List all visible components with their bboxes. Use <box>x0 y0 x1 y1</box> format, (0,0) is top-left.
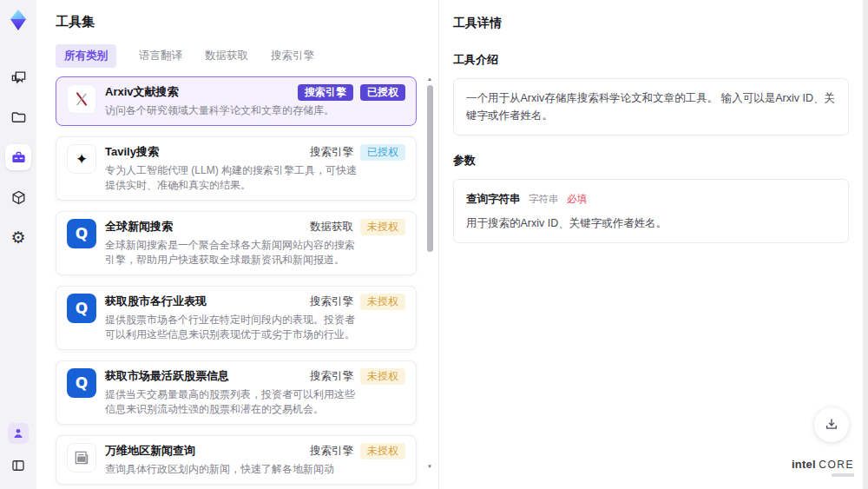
auth-badge: 已授权 <box>360 84 405 101</box>
category-tabs: 所有类别 语言翻译 数据获取 搜索引擎 <box>56 44 438 68</box>
tab-data-fetch[interactable]: 数据获取 <box>205 44 248 68</box>
tool-description: 全球新闻搜索是一个聚合全球各大新闻网站内容的搜索引擎，帮助用户快速获取全球最新资… <box>105 238 358 268</box>
folder-icon <box>10 109 27 126</box>
download-button[interactable] <box>814 407 849 442</box>
download-icon <box>824 417 839 433</box>
panel-toggle-icon <box>10 458 26 473</box>
tool-list-pane: 工具集 所有类别 语言翻译 数据获取 搜索引擎 Arxiv文献搜索 <box>36 0 438 489</box>
tool-title: Arxiv文献搜索 <box>105 84 179 99</box>
tool-title: Tavily搜索 <box>105 144 159 159</box>
params-heading: 参数 <box>453 153 849 169</box>
auth-badge: 已授权 <box>360 144 405 161</box>
tool-details-pane: 工具详情 工具介绍 一个用于从Arxiv存储库搜索科学论文和文章的工具。 输入可… <box>438 0 863 489</box>
panel-toggle[interactable] <box>5 453 31 479</box>
category-label: 数据获取 <box>310 220 353 235</box>
auth-badge: 未授权 <box>360 219 405 235</box>
category-label: 搜索引擎 <box>310 294 353 309</box>
sidebar-item-files[interactable] <box>5 104 31 130</box>
tool-card-most-active-stocks[interactable]: Q 获取市场最活跃股票信息 搜索引擎 未授权 提供当天交易量最高的股票列表，投资… <box>56 360 417 425</box>
newspaper-icon <box>67 443 96 472</box>
category-badge: 搜索引擎 <box>298 84 353 101</box>
tool-list: Arxiv文献搜索 搜索引擎 已授权 访问各个研究领域大量科学论文和文章的存储库… <box>56 76 434 485</box>
param-header: 查询字符串 字符串 必填 <box>466 190 836 208</box>
auth-badge: 未授权 <box>360 294 405 310</box>
tool-title: 全球新闻搜索 <box>105 219 173 234</box>
scroll-up-arrow[interactable]: ▲ <box>425 76 434 82</box>
window-scrollbar-track <box>863 0 868 489</box>
tab-translation[interactable]: 语言翻译 <box>139 44 182 68</box>
tool-card-global-news[interactable]: Q 全球新闻搜索 数据获取 未授权 全球新闻搜索是一个聚合全球各大新闻网站内容的… <box>56 211 417 275</box>
tool-description: 访问各个研究领域大量科学论文和文章的存储库。 <box>105 103 358 118</box>
q-logo-icon: Q <box>67 368 96 398</box>
tool-title: 万维地区新闻查询 <box>105 443 195 458</box>
category-label: 搜索引擎 <box>310 369 353 384</box>
intel-core-logo: intel CORE <box>792 458 854 477</box>
auth-badge: 未授权 <box>360 443 405 459</box>
chat-icon <box>10 69 27 86</box>
tool-card-regional-news[interactable]: 万维地区新闻查询 搜索引擎 未授权 查询具体行政区划内的新闻，快速了解各地新闻动 <box>56 435 417 485</box>
tool-title: 获取股市各行业表现 <box>105 294 207 308</box>
user-avatar[interactable] <box>8 423 29 444</box>
tavily-logo-icon: ✦ <box>67 144 96 174</box>
tool-card-arxiv[interactable]: Arxiv文献搜索 搜索引擎 已授权 访问各个研究领域大量科学论文和文章的存储库… <box>56 76 417 126</box>
param-description: 用于搜索的Arxiv ID、关键字或作者姓名。 <box>466 215 836 232</box>
tab-all-categories[interactable]: 所有类别 <box>56 44 116 68</box>
tool-description: 提供当天交易量最高的股票列表，投资者可以利用这些信息来识别流动性强的股票和潜在的… <box>105 387 358 417</box>
app-logo <box>5 7 31 33</box>
sidebar-item-chat[interactable] <box>5 64 31 90</box>
left-rail: ⚙ <box>0 0 36 489</box>
q-logo-icon: Q <box>67 219 96 248</box>
intro-box: 一个用于从Arxiv存储库搜索科学论文和文章的工具。 输入可以是Arxiv ID… <box>453 78 849 135</box>
toolbox-icon <box>10 149 27 166</box>
sidebar-item-tools[interactable] <box>5 144 31 170</box>
settings-gear-icon: ⚙ <box>10 229 25 246</box>
scrollbar-thumb[interactable] <box>427 85 433 252</box>
category-label: 搜索引擎 <box>310 145 353 160</box>
param-type: 字符串 <box>529 194 559 204</box>
tool-description: 查询具体行政区划内的新闻，快速了解各地新闻动 <box>105 462 358 477</box>
brand-sub-mark <box>832 473 854 477</box>
scroll-down-arrow[interactable]: ▼ <box>425 464 434 469</box>
arxiv-logo-icon <box>67 84 96 114</box>
details-title: 工具详情 <box>453 16 849 31</box>
sidebar-item-models[interactable] <box>5 184 31 210</box>
intro-heading: 工具介绍 <box>453 52 849 68</box>
brand-intel: intel <box>792 458 816 471</box>
user-avatar-icon <box>11 426 25 440</box>
param-required-flag: 必填 <box>567 194 587 204</box>
tool-card-tavily[interactable]: ✦ Tavily搜索 搜索引擎 已授权 专为人工智能代理 (LLM) 构建的搜索… <box>56 136 417 201</box>
tool-description: 提供股票市场各个行业在特定时间段内的表现。投资者可以利用这些信息来识别表现优于或… <box>105 313 358 342</box>
sidebar-item-settings[interactable]: ⚙ <box>5 224 31 250</box>
category-label: 搜索引擎 <box>310 444 353 459</box>
q-logo-icon: Q <box>67 294 96 323</box>
auth-badge: 未授权 <box>360 368 405 385</box>
tool-card-sector-performance[interactable]: Q 获取股市各行业表现 搜索引擎 未授权 提供股票市场各个行业在特定时间段内的表… <box>56 286 417 350</box>
brand-core: CORE <box>819 459 854 471</box>
tab-search-engine[interactable]: 搜索引擎 <box>271 44 314 68</box>
param-box: 查询字符串 字符串 必填 用于搜索的Arxiv ID、关键字或作者姓名。 <box>453 179 849 243</box>
cube-icon <box>10 189 27 206</box>
tool-description: 专为人工智能代理 (LLM) 构建的搜索引擎工具，可快速提供实时、准确和真实的结… <box>105 163 358 193</box>
param-name: 查询字符串 <box>466 193 521 205</box>
page-title: 工具集 <box>56 14 438 30</box>
list-scrollbar[interactable]: ▲ ▼ <box>425 76 434 469</box>
tool-title: 获取市场最活跃股票信息 <box>105 368 229 383</box>
intro-text: 一个用于从Arxiv存储库搜索科学论文和文章的工具。 输入可以是Arxiv ID… <box>466 92 835 122</box>
